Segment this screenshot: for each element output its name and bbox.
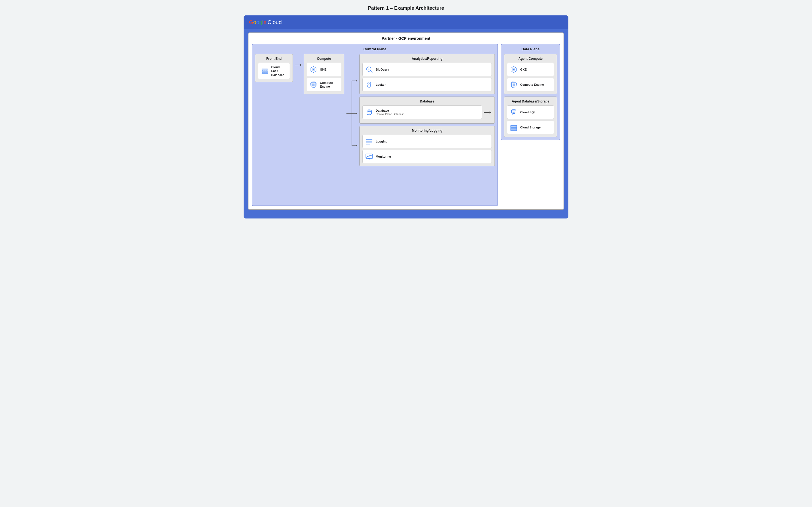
frontend-title: Front End [258,57,290,61]
gke-agent-card: GKE [507,63,554,76]
frontend-box: Front End [255,54,293,82]
database-icon [365,108,373,117]
database-card: Database Control Plane Database [362,105,482,119]
svg-rect-2 [262,72,268,74]
database-name: Database [376,109,404,112]
cloud-storage-name: Cloud Storage [520,125,541,129]
control-plane-box: Control Plane Front End [252,44,498,206]
svg-rect-13 [312,83,314,86]
page-title: Pattern 1 – Example Architecture [368,5,444,11]
partner-box: Partner - GCP environment Control Plane … [248,33,564,210]
svg-line-8 [266,72,267,72]
svg-rect-47 [366,144,370,145]
compute-engine-card: Compute Engine [307,78,341,92]
monitoring-icon [365,152,373,161]
cloud-sql-name: Cloud SQL [520,110,536,114]
data-plane-box: Data Plane Agent Compute [501,44,560,140]
svg-marker-31 [356,112,357,114]
control-plane-label: Control Plane [255,47,495,51]
right-columns: Analytics/Reporting [359,54,495,166]
svg-line-6 [262,72,263,72]
main-content: Partner - GCP environment Control Plane … [244,29,568,214]
svg-marker-29 [356,80,357,82]
compute-engine-agent-icon [509,80,518,89]
compute-engine-agent-name: Compute Engine [520,83,544,87]
database-box: Database [359,97,495,124]
data-plane-label: Data Plane [504,47,557,51]
looker-icon [365,80,373,89]
analytics-box: Analytics/Reporting [359,54,495,94]
looker-name: Looker [376,83,386,87]
agent-db-title: Agent Database/Storage [507,100,554,103]
monitoring-name: Monitoring [376,155,391,159]
bigquery-card: BigQuery [362,63,492,76]
svg-marker-33 [356,145,357,147]
logging-name: Logging [376,139,387,143]
svg-rect-55 [513,83,515,86]
svg-marker-43 [489,111,491,114]
gke-compute-name: GKE [320,68,326,71]
agent-compute-box: Agent Compute GKE [504,54,557,94]
svg-point-11 [313,69,314,70]
google-text: Google [249,19,267,25]
svg-rect-1 [262,70,268,72]
svg-line-35 [370,71,372,72]
bigquery-name: BigQuery [376,68,389,71]
google-cloud-header: Google Cloud [244,15,568,29]
looker-card: Looker [362,78,492,92]
cloud-sql-card: Cloud SQL [507,105,554,119]
cloud-load-balancer-card: Cloud Load Balancer [258,63,290,79]
cloud-storage-icon [509,123,518,132]
agent-db-box: Agent Database/Storage [504,97,557,137]
cloud-load-balancer-icon [260,66,269,75]
gke-compute-card: GKE [307,63,341,76]
monitoring-box: Monitoring/Logging [359,126,495,166]
compute-title: Compute [307,57,341,61]
google-cloud-logo: Google Cloud [249,19,282,25]
monitoring-card: Monitoring [362,150,492,163]
fork-svg [347,67,357,159]
db-to-dataplane-arrow [484,110,492,116]
cloud-load-balancer-name: Cloud Load Balancer [271,65,288,77]
monitoring-title: Monitoring/Logging [362,129,492,132]
database-title: Database [362,100,492,103]
svg-rect-46 [366,142,372,143]
cloud-storage-card: Cloud Storage [507,121,554,134]
svg-point-41 [367,110,372,112]
partner-inner: Control Plane Front End [252,44,560,206]
gke-agent-icon [509,65,518,74]
svg-point-53 [513,69,514,70]
gke-agent-name: GKE [520,68,527,71]
svg-rect-44 [366,139,372,140]
compute-engine-name: Compute Engine [320,81,339,89]
agent-compute-title: Agent Compute [507,57,554,61]
svg-rect-45 [366,140,372,142]
cloud-text: Cloud [268,19,282,25]
fork-arrows [347,54,357,159]
svg-point-39 [369,83,370,84]
bigquery-icon [365,65,373,74]
partner-label: Partner - GCP environment [252,36,560,41]
svg-point-68 [512,110,516,111]
svg-rect-0 [262,69,268,70]
frontend-to-compute-arrow [295,54,302,65]
database-sub: Control Plane Database [376,113,404,116]
architecture-diagram: Google Cloud Partner - GCP environment C… [244,15,568,219]
compute-engine-agent-card: Compute Engine [507,78,554,92]
compute-box: Compute GKE [304,54,344,94]
svg-point-69 [512,114,515,115]
analytics-title: Analytics/Reporting [362,57,492,61]
logging-icon [365,137,373,146]
cloud-sql-icon [509,108,518,117]
gke-compute-icon [309,65,318,74]
logging-card: Logging [362,135,492,148]
compute-engine-icon [309,80,318,89]
